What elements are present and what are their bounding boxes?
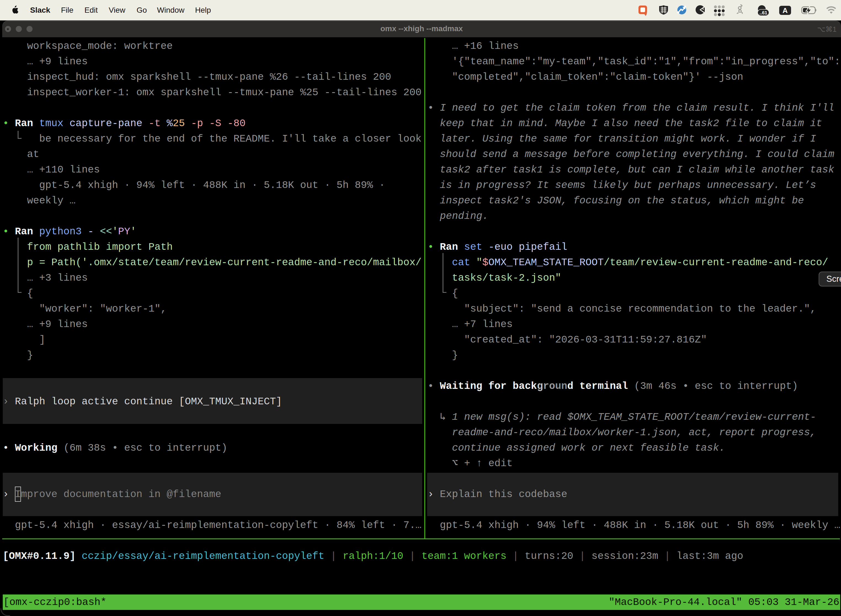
svg-text:..61: ..61 [759, 10, 767, 15]
